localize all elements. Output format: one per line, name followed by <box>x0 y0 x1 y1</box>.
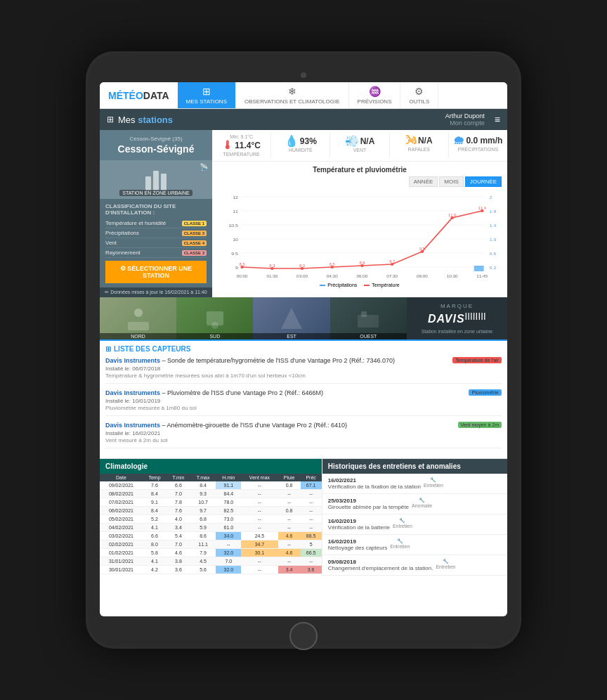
class-row-3: Rayonnement CLASSE 3 <box>105 248 207 258</box>
humidity-icon: 💧 <box>285 134 299 148</box>
sensor-1: Pluviométrie Davis Instruments – Pluviom… <box>105 389 502 416</box>
station-image-area: 📡 STATION EN ZONE URBAINE <box>100 160 212 199</box>
hist-content-4: 09/08/2018 Changement d'emplacement de l… <box>328 559 433 571</box>
hist-desc-2: Vérification de la batterie <box>328 524 390 531</box>
thermometer-icon: 🌡 <box>222 139 233 152</box>
photo-est[interactable]: EST <box>253 297 329 339</box>
chart-tabs: ANNÉE MOIS JOURNÉE <box>218 176 502 187</box>
sensor-name-2: Vent moyen à 2m Davis Instruments – Aném… <box>105 422 502 429</box>
photo-ouest[interactable]: OUEST <box>330 297 407 339</box>
station-zone-badge: STATION EN ZONE URBAINE <box>119 190 192 196</box>
photo-est-label: EST <box>253 333 329 339</box>
clima-cell: -- <box>301 498 322 507</box>
svg-text:12: 12 <box>233 195 238 199</box>
svg-text:07:30: 07:30 <box>386 274 398 278</box>
sensor-0: Température de l'air Davis Instruments –… <box>105 357 502 384</box>
clima-cell: 9.3 <box>190 490 216 498</box>
svg-text:1.4: 1.4 <box>490 223 497 227</box>
sensor-tag-1: Pluviométrie <box>469 389 502 396</box>
temp-value: 11.4°C <box>235 141 261 150</box>
clima-cell: -- <box>216 540 241 549</box>
nav-tab-outils[interactable]: ⚙ OUTILS <box>400 82 438 108</box>
brand-name: DAVIS|||||||| <box>428 312 486 325</box>
clima-cell: 4.5 <box>190 557 216 566</box>
chart-tab-day[interactable]: JOURNÉE <box>465 176 502 187</box>
photo-nord[interactable]: NORD <box>100 297 176 339</box>
clima-cell: 7.0 <box>167 540 190 549</box>
app-container: MÉTÉODATA ⊞ MES STATIONS ❄ OBSERVATIONS … <box>100 82 507 616</box>
clima-cell: 8.6 <box>190 532 216 540</box>
clima-cell: 34.7 <box>241 540 278 549</box>
svg-text:09:00: 09:00 <box>417 274 429 278</box>
nav-tab-observations[interactable]: ❄ OBSERVATIONS ET CLIMATOLOGIE <box>236 82 349 108</box>
nav-tab-outils-label: OUTILS <box>409 98 429 105</box>
subheader-title: Mes stations <box>118 115 173 125</box>
select-station-button[interactable]: ⚙ SÉLECTIONNER UNE STATION <box>105 261 207 283</box>
hist-icon-0: 🔧 <box>424 477 443 483</box>
clima-cell: 9.1 <box>143 498 167 507</box>
svg-text:8.6: 8.6 <box>359 261 365 265</box>
sensor-detail-1: Pluviométrie mesurée à 1m80 du sol <box>105 405 502 411</box>
hist-date-0: 16/02/2021 <box>328 477 421 484</box>
nav-tab-prev-label: PRÉVISIONS <box>358 98 392 105</box>
subheader-icons: ≡ <box>495 114 500 125</box>
photo-sud-label: SUD <box>176 333 253 339</box>
sensor-2: Vent moyen à 2m Davis Instruments – Aném… <box>105 422 502 448</box>
clima-cell: 32.0 <box>216 549 241 557</box>
brand-label: MARQUE <box>440 303 474 309</box>
clima-cell: -- <box>241 507 278 515</box>
svg-point-49 <box>211 322 218 329</box>
clima-cell: 5 <box>301 540 322 549</box>
hist-type-label-2: Entretien <box>393 524 412 529</box>
hist-desc-1: Girouette abîmée par la tempête <box>328 504 409 510</box>
svg-text:11.0: 11.0 <box>448 213 456 217</box>
clima-cell: -- <box>301 557 322 566</box>
sensor-desc-1: – Pluviomètre de l'ISS d'une Vantage Pro… <box>160 389 323 396</box>
station-region: Cesson-Sévigné (35) <box>105 136 207 142</box>
clima-cell: 10.7 <box>190 498 216 507</box>
rafales-val: N/A <box>418 136 433 145</box>
legend-temp: Température <box>364 283 399 287</box>
chart-tab-year[interactable]: ANNÉE <box>409 176 438 187</box>
hist-type-label-1: Anomalie <box>412 503 432 508</box>
clima-cell: 88.5 <box>301 532 322 540</box>
menu-icon[interactable]: ≡ <box>495 114 500 125</box>
clima-cell: -- <box>301 515 322 524</box>
right-panel: Min: 9.1°C 🌡 11.4°C TEMPÉRATURE 💧 93% <box>212 130 507 297</box>
tablet-home-button[interactable] <box>289 622 318 650</box>
class-row-2: Vent CLASSE 4 <box>105 238 207 248</box>
photo-sud[interactable]: SUD <box>176 297 253 339</box>
nav-tab-stations-label: MES STATIONS <box>186 98 227 105</box>
class-label-3: Rayonnement <box>105 249 141 256</box>
logo-accent: DATA <box>143 90 169 101</box>
hist-type-2: 🔧 Entretien <box>393 518 412 529</box>
svg-text:11: 11 <box>233 209 238 213</box>
clima-cell: 7.9 <box>190 549 216 557</box>
clima-cell: 61.0 <box>216 524 241 532</box>
historique-item: 16/02/2019 Nettoyage des capteurs 🔧 Entr… <box>322 535 507 555</box>
historiques-section: Historiques des entretiens et anomalies … <box>322 459 507 576</box>
hist-type-4: 🔧 Entretien <box>436 559 455 569</box>
clima-cell: 8.4 <box>190 481 216 490</box>
logo-text: MÉTÉO <box>108 90 143 101</box>
svg-text:1.0: 1.0 <box>490 237 497 241</box>
sensor-tag-2: Vent moyen à 2m <box>458 422 502 428</box>
svg-text:03:00: 03:00 <box>296 274 308 278</box>
clima-cell: -- <box>301 524 322 532</box>
user-name: Arthur Dupont <box>445 112 485 119</box>
clima-cell: 8.0 <box>143 540 167 549</box>
nav-tab-previsions[interactable]: ♒ PRÉVISIONS <box>349 82 401 108</box>
sensor-detail-0: Température & hygrométrie mesurées sous … <box>105 372 502 379</box>
clima-cell: -- <box>241 524 278 532</box>
rafales-label: RAFALES <box>393 147 445 152</box>
clima-cell: -- <box>278 524 301 532</box>
sensor-name-0: Température de l'air Davis Instruments –… <box>105 357 502 364</box>
sensors-title: ⊞ LISTE DES CAPTEURS <box>105 345 502 353</box>
nav-tab-stations[interactable]: ⊞ MES STATIONS <box>178 82 236 108</box>
svg-text:11:45: 11:45 <box>476 274 488 278</box>
class-label-2: Vent <box>105 240 117 246</box>
clima-cell: 73.0 <box>216 515 241 524</box>
station-bars <box>145 169 167 190</box>
chart-tab-month[interactable]: MOIS <box>439 176 463 187</box>
app-logo: MÉTÉODATA <box>100 90 178 101</box>
